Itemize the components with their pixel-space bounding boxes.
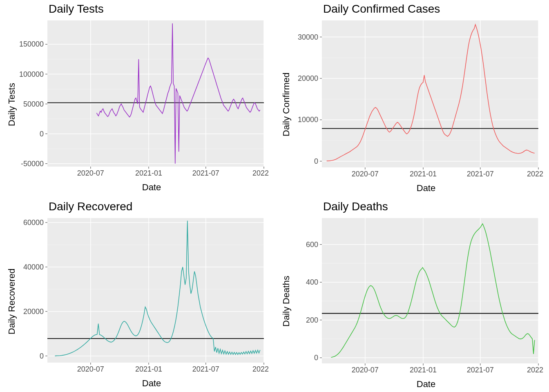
svg-text:100000: 100000 xyxy=(19,70,44,78)
svg-text:0: 0 xyxy=(314,354,318,362)
svg-text:2020-07: 2020-07 xyxy=(77,169,104,177)
svg-text:0: 0 xyxy=(314,157,318,165)
plot-svg-deaths: 02004006002020-072021-012021-072022-0 xyxy=(292,214,543,378)
svg-rect-91 xyxy=(322,218,538,363)
svg-text:2022-0: 2022-0 xyxy=(252,365,269,373)
panel-title: Daily Confirmed Cases xyxy=(323,2,543,16)
panel-title: Daily Recovered xyxy=(49,200,269,213)
plot-svg-tests: -500000500001000001500002020-072021-0120… xyxy=(18,16,269,181)
svg-text:2020-07: 2020-07 xyxy=(352,366,379,374)
y-axis-label: Daily Confirmed xyxy=(280,16,292,193)
svg-text:2021-01: 2021-01 xyxy=(410,366,437,374)
svg-text:2022-0: 2022-0 xyxy=(527,170,543,178)
svg-text:2021-07: 2021-07 xyxy=(467,366,494,374)
svg-text:2020-07: 2020-07 xyxy=(77,365,104,373)
plot-svg-recovered: 02000040000600002020-072021-012021-07202… xyxy=(18,214,269,377)
panel-daily-deaths: Daily Deaths Daily Deaths 02004006002020… xyxy=(274,198,549,392)
svg-text:-50000: -50000 xyxy=(21,160,44,168)
y-axis-label: Daily Tests xyxy=(6,16,18,193)
chart-grid: Daily Tests Daily Tests -500000500001000… xyxy=(0,0,549,392)
svg-text:0: 0 xyxy=(40,352,44,360)
svg-text:2021-07: 2021-07 xyxy=(192,365,219,373)
svg-text:30000: 30000 xyxy=(298,33,318,41)
panel-daily-tests: Daily Tests Daily Tests -500000500001000… xyxy=(0,0,274,198)
svg-text:20000: 20000 xyxy=(298,74,318,82)
svg-text:2021-01: 2021-01 xyxy=(135,365,162,373)
svg-text:50000: 50000 xyxy=(23,100,44,108)
svg-rect-33 xyxy=(322,20,538,167)
svg-text:2020-07: 2020-07 xyxy=(352,170,379,178)
x-axis-label: Date xyxy=(292,379,543,390)
panel-daily-confirmed: Daily Confirmed Cases Daily Confirmed 01… xyxy=(274,0,549,198)
svg-text:2022-0: 2022-0 xyxy=(527,366,543,374)
y-axis-label: Daily Deaths xyxy=(280,214,292,389)
svg-text:600: 600 xyxy=(306,241,318,249)
svg-text:2022-0: 2022-0 xyxy=(252,169,269,177)
svg-text:40000: 40000 xyxy=(23,263,44,271)
svg-text:2021-01: 2021-01 xyxy=(135,169,162,177)
x-axis-label: Date xyxy=(292,183,543,194)
plot-svg-confirmed: 01000020000300002020-072021-012021-07202… xyxy=(292,16,543,182)
panel-daily-recovered: Daily Recovered Daily Recovered 02000040… xyxy=(0,198,274,392)
panel-title: Daily Deaths xyxy=(323,200,543,213)
svg-text:0: 0 xyxy=(40,130,44,138)
svg-text:2021-01: 2021-01 xyxy=(410,170,437,178)
svg-text:150000: 150000 xyxy=(19,40,44,48)
svg-rect-0 xyxy=(47,20,264,167)
svg-text:2021-07: 2021-07 xyxy=(192,169,219,177)
svg-text:20000: 20000 xyxy=(23,307,44,316)
y-axis-label: Daily Recovered xyxy=(6,214,18,389)
svg-text:10000: 10000 xyxy=(298,116,318,124)
svg-rect-62 xyxy=(47,218,264,363)
panel-title: Daily Tests xyxy=(49,2,269,16)
x-axis-label: Date xyxy=(18,182,269,193)
x-axis-label: Date xyxy=(18,378,269,389)
svg-text:60000: 60000 xyxy=(23,218,44,227)
svg-text:2021-07: 2021-07 xyxy=(467,170,494,178)
svg-text:400: 400 xyxy=(306,278,318,286)
svg-text:200: 200 xyxy=(306,316,318,324)
